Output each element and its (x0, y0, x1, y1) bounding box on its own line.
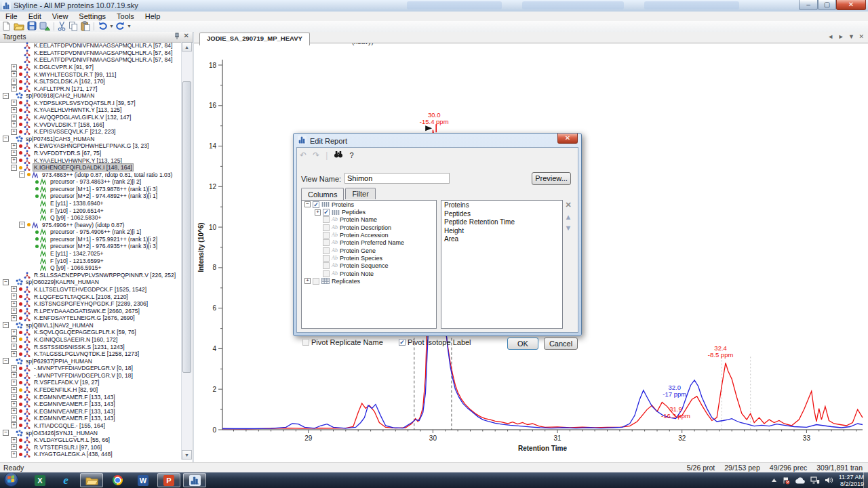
expander-icon[interactable]: + (11, 157, 17, 163)
peptide-row[interactable]: +K.TALGSSLPGLVNQTDK.E [1258, 1273] (0, 350, 182, 358)
expander-icon[interactable]: + (11, 286, 17, 292)
expander-icon[interactable]: + (11, 79, 17, 85)
expander-icon[interactable]: + (11, 451, 17, 458)
peptide-row[interactable]: +K.FEDENFILK.H [82, 90] (0, 386, 182, 394)
network-icon[interactable] (810, 476, 820, 485)
taskbar-skyline-button[interactable] (183, 473, 206, 487)
view-name-input[interactable] (344, 173, 450, 184)
transition-row[interactable]: F [y10] - 1209.6514+ (0, 207, 182, 214)
precursor-row[interactable]: −975.4906++ (heavy) (idotp 0.87) (0, 221, 182, 228)
taskbar-word-button[interactable]: W (132, 473, 155, 487)
action-center-flag-icon[interactable] (782, 476, 790, 485)
dialog-tree-row[interactable]: −✓Proteins (302, 201, 436, 209)
peptide-row[interactable]: R.SLLSSAENEPPVPLVSNWRPPQPINNR.V [226, 25… (0, 272, 182, 279)
peptide-row[interactable]: +K.ITIADCGQLE.- [155, 164] (0, 422, 182, 430)
peptide-row[interactable]: +R.VSFELFADK.V [19, 27] (0, 379, 182, 386)
expander-icon[interactable]: + (11, 437, 17, 443)
expander-icon[interactable]: + (11, 150, 17, 156)
peptide-row[interactable]: +K.SQVLQGLQEPAGEGLPLR.K [59, 76] (0, 329, 182, 336)
expander-icon[interactable]: + (11, 308, 17, 314)
menu-file[interactable]: File (0, 12, 23, 21)
show-desktop-button[interactable] (863, 472, 868, 488)
peptide-row[interactable]: +K.EGMNIVEAMER.F [133, 143] (0, 415, 182, 422)
transition-row[interactable]: precursor [M+1] - 973.9878++ (rank 1)[i … (0, 186, 182, 193)
expander-icon[interactable]: + (11, 415, 17, 422)
peptide-row[interactable]: +R.LQGFEGTLTAQGK.L [2108, 2120] (0, 293, 182, 300)
dialog-tree-row[interactable]: +✓Peptides (302, 209, 436, 216)
expander-icon[interactable]: + (11, 107, 17, 113)
expander-icon[interactable]: + (304, 278, 311, 284)
checkbox[interactable]: ✓ (313, 201, 319, 208)
cut-icon[interactable] (57, 21, 66, 32)
taskbar-powerpoint-button[interactable]: P (157, 473, 180, 487)
redo-dropdown-icon[interactable]: ▼ (127, 21, 132, 31)
dialog-tree-row[interactable]: +Replicates (302, 277, 436, 285)
peptide-row[interactable]: +R.SSTSSIDSNISSK.S [1231, 1243] (0, 343, 182, 350)
expander-icon[interactable]: + (11, 344, 17, 350)
expander-icon[interactable]: − (19, 171, 25, 178)
peptide-row[interactable]: +K.SLTSCLDSK.A [162, 170] (0, 78, 182, 85)
peptide-row[interactable]: +K.YDPSLKPLSVSYDQATSLR.I [39, 57] (0, 100, 182, 107)
expander-icon[interactable]: − (3, 136, 9, 142)
tab-filter[interactable]: Filter (345, 188, 375, 199)
peptide-row[interactable]: +-.MVNPTVFFDIAVDGEPLGR.V [0, 18] (0, 365, 182, 372)
expander-icon[interactable]: + (11, 71, 17, 77)
expander-icon[interactable]: + (11, 143, 17, 149)
menu-tools[interactable]: Tools (111, 12, 140, 21)
expander-icon[interactable]: + (11, 365, 17, 371)
peptide-row[interactable]: +K.LLTSELGVTEHVEGDPCK.F [1525, 1542] (0, 286, 182, 293)
expander-icon[interactable]: + (11, 121, 17, 127)
copy-icon[interactable] (68, 21, 79, 32)
checkbox[interactable] (323, 255, 330, 262)
peptide-row[interactable]: +K.IYAGTGALEGK.A [438, 448] (0, 451, 182, 458)
expander-icon[interactable]: + (11, 85, 17, 92)
expander-icon[interactable]: + (11, 394, 17, 400)
taskbar-ie-button[interactable]: e (54, 473, 77, 487)
menu-settings[interactable]: Settings (73, 12, 111, 21)
tab-columns[interactable]: Columns (301, 188, 344, 200)
peptide-row[interactable]: +K.EGMNIVEAMER.F [133, 143] (0, 407, 182, 415)
dialog-tree-row[interactable]: AbProtein Species (302, 255, 436, 262)
peptide-row[interactable]: +R.VTSTEFISLR.I [97, 106] (0, 443, 182, 451)
paste-icon[interactable] (80, 21, 91, 32)
open-icon[interactable] (13, 21, 25, 32)
auto-hide-pin-icon[interactable] (174, 33, 180, 41)
dialog-title-bar[interactable]: Edit Report (298, 136, 347, 146)
checkbox[interactable] (323, 216, 330, 223)
dialog-tree-row[interactable]: AbProtein Note (302, 270, 436, 277)
minimize-button[interactable]: – (799, 0, 818, 10)
expander-icon[interactable]: + (315, 209, 321, 216)
peptide-row[interactable]: −K.IGHENGEFQIFLDALDK.I [148, 164] (0, 164, 182, 171)
peptide-row[interactable]: +K.EPISVSSEQVLK.F [212, 223] (0, 128, 182, 136)
protein-row[interactable]: −sp|O60229|KALRN_HUMAN (0, 279, 182, 286)
undo-icon[interactable]: ↶ (300, 150, 307, 160)
transition-row[interactable]: precursor - 975.4906++ (rank 2)[i 1] (0, 228, 182, 236)
expander-icon[interactable]: − (304, 201, 311, 207)
tab-strip-buttons[interactable]: ◄ ► ▼ ✕ (827, 33, 865, 40)
protein-row[interactable]: −sp|Q8IVL1|NAV2_HUMAN (0, 322, 182, 329)
expander-icon[interactable]: − (3, 279, 9, 285)
transition-row[interactable]: Q [y9] - 1066.5915+ (0, 264, 182, 272)
checkbox[interactable] (323, 262, 330, 269)
checkbox[interactable] (323, 232, 330, 239)
close-panel-icon[interactable]: ✕ (184, 32, 189, 39)
expander-icon[interactable]: − (3, 358, 9, 364)
selected-column-item[interactable]: Proteins (441, 201, 562, 209)
expander-icon[interactable]: + (11, 315, 17, 321)
peptide-row[interactable]: K.EELATFDPVDNIVFNMAAGSAPMQLHLR.A [57, 84… (0, 56, 182, 64)
dialog-tree-row[interactable]: AbProtein Accession (302, 232, 436, 239)
selected-column-item[interactable]: Height (441, 226, 562, 235)
publish-icon[interactable] (39, 21, 51, 32)
expander-icon[interactable]: + (11, 372, 17, 378)
expander-icon[interactable]: + (11, 64, 17, 70)
transition-row[interactable]: precursor - 973.4863++ (rank 2)[i 2] (0, 178, 182, 186)
expander-icon[interactable]: + (11, 329, 17, 336)
expander-icon[interactable]: + (11, 336, 17, 342)
onedrive-cloud-icon[interactable] (795, 477, 806, 484)
expander-icon[interactable]: + (11, 293, 17, 300)
expander-icon[interactable]: + (11, 387, 17, 393)
menu-view[interactable]: View (47, 12, 74, 21)
peptide-row[interactable]: +K.ISTSNGSPGFEYHQPGDK.F [2289, 2306] (0, 300, 182, 308)
redo-icon[interactable]: ↷ (313, 150, 319, 160)
transition-row[interactable]: Q [y9] - 1062.5830+ (0, 214, 182, 222)
